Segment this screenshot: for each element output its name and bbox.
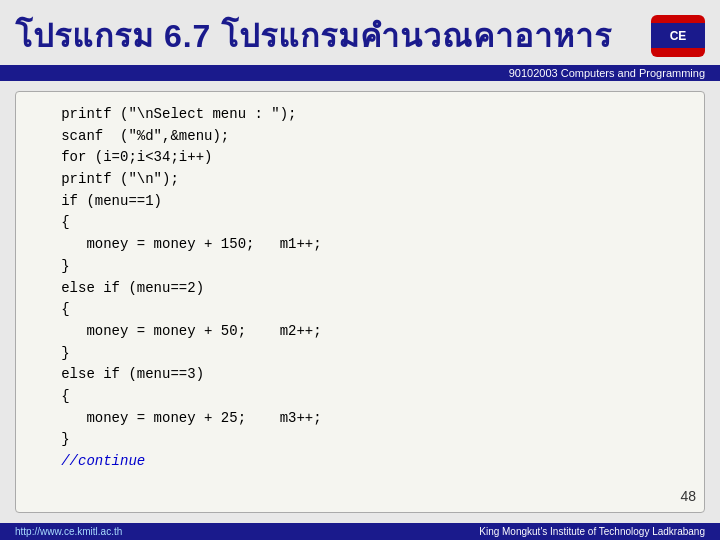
code-line-2: scanf ("%d",&menu); (36, 126, 684, 148)
svg-text:CE: CE (670, 29, 687, 43)
logo-top: CE (651, 23, 705, 48)
code-block: printf ("\nSelect menu : "); scanf ("%d"… (15, 91, 705, 513)
code-line-11: money = money + 50; m2++; (36, 321, 684, 343)
main-content: printf ("\nSelect menu : "); scanf ("%d"… (0, 81, 720, 523)
subheader-bar: 90102003 Computers and Programming (0, 65, 720, 81)
code-line-13: else if (menu==3) (36, 364, 684, 386)
code-line-1: printf ("\nSelect menu : "); (36, 104, 684, 126)
code-line-16: } (36, 429, 684, 451)
slide: โปรแกรม 6.7 โปรแกรมคำนวณคาอาหาร CE 90102… (0, 0, 720, 540)
footer: http://www.ce.kmitl.ac.th King Mongkut's… (0, 523, 720, 540)
code-line-17: //continue (36, 451, 684, 473)
header: โปรแกรม 6.7 โปรแกรมคำนวณคาอาหาร CE (0, 0, 720, 65)
footer-url: http://www.ce.kmitl.ac.th (15, 526, 122, 537)
code-line-3: for (i=0;i<34;i++) (36, 147, 684, 169)
footer-institution: King Mongkut's Institute of Technology L… (479, 526, 705, 537)
page-number: 48 (680, 486, 696, 508)
code-line-4: printf ("\n"); (36, 169, 684, 191)
code-line-10: { (36, 299, 684, 321)
code-line-5: if (menu==1) (36, 191, 684, 213)
code-line-7: money = money + 150; m1++; (36, 234, 684, 256)
code-line-8: } (36, 256, 684, 278)
code-line-14: { (36, 386, 684, 408)
code-line-6: { (36, 212, 684, 234)
code-line-15: money = money + 25; m3++; (36, 408, 684, 430)
code-line-9: else if (menu==2) (36, 278, 684, 300)
code-line-12: } (36, 343, 684, 365)
logo: CE (651, 15, 705, 57)
slide-title: โปรแกรม 6.7 โปรแกรมคำนวณคาอาหาร (15, 10, 612, 61)
subheader-text: 90102003 Computers and Programming (509, 67, 705, 79)
